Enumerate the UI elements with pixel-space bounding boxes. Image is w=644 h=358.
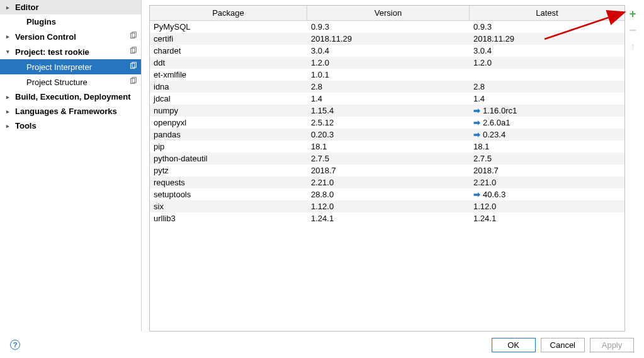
upgrade-arrow-icon: ➡ [473,190,480,199]
copy-icon [129,47,137,57]
cell-latest: 0.9.3 [473,22,492,32]
cell-package: PyMySQL [150,21,307,33]
upgrade-arrow-icon: ➡ [473,118,480,127]
cell-latest: 18.1 [473,142,489,151]
table-row[interactable]: chardet3.0.43.0.4 [150,45,624,57]
cancel-button[interactable]: Cancel [541,338,585,352]
table-row[interactable]: six1.12.01.12.0 [150,200,624,212]
cell-package: openpyxl [150,117,307,129]
table-row[interactable]: setuptools28.8.0➡40.6.3 [150,188,624,200]
sidebar-label: Project Interpreter [26,62,92,72]
table-body[interactable]: PyMySQL0.9.30.9.3certifi2018.11.292018.1… [150,21,624,331]
table-row[interactable]: pandas0.20.3➡0.23.4 [150,129,624,141]
expand-icon: ▸ [6,94,9,100]
cell-version: 2018.11.29 [307,33,470,45]
table-row[interactable]: jdcal1.41.4 [150,93,624,105]
cell-version: 2.7.5 [307,153,470,165]
ok-button[interactable]: OK [492,338,536,352]
cell-package: numpy [150,105,307,117]
sidebar-item-tools[interactable]: ▸Tools [0,118,141,133]
sidebar-label: Project: test rookie [15,47,89,57]
cell-version: 2.5.12 [307,117,470,129]
cell-latest: 2.6.0a1 [483,118,510,127]
sidebar-item-project-structure[interactable]: Project Structure [0,74,141,90]
col-latest[interactable]: Latest [470,6,624,20]
cell-version: 2.8 [307,81,470,93]
remove-package-button[interactable]: − [626,24,639,37]
cell-latest: 2018.11.29 [473,34,514,43]
cell-latest: 1.2.0 [473,58,492,67]
cell-package: python-dateutil [150,153,307,165]
table-row[interactable]: pip18.118.1 [150,141,624,153]
upgrade-arrow-icon: ➡ [473,106,480,115]
cell-package: pandas [150,129,307,141]
cell-version: 2018.7 [307,165,470,176]
cell-version: 3.0.4 [307,45,470,57]
expand-icon: ▾ [6,49,9,55]
upgrade-package-button[interactable]: ↑ [626,40,639,53]
table-row[interactable]: openpyxl2.5.12➡2.6.0a1 [150,117,624,129]
table-row[interactable]: pytz2018.72018.7 [150,165,624,176]
cell-latest: 1.12.0 [473,202,496,211]
table-row[interactable]: ddt1.2.01.2.0 [150,57,624,69]
apply-button[interactable]: Apply [590,338,634,352]
sidebar-label: Tools [15,121,37,130]
sidebar-item-version-control[interactable]: ▸Version Control [0,29,141,44]
expand-icon: ▸ [6,108,9,115]
table-row[interactable]: et-xmlfile1.0.1 [150,69,624,81]
cell-version: 1.2.0 [307,57,470,69]
sidebar-item-build-execution-deployment[interactable]: ▸Build, Execution, Deployment [0,90,141,104]
add-package-button[interactable]: + [626,8,639,20]
expand-icon: ▸ [6,123,9,129]
sidebar-item-project-test-rookie[interactable]: ▾Project: test rookie [0,44,141,59]
plus-icon: + [630,8,636,20]
cell-latest: 1.24.1 [473,214,496,223]
sidebar-label: Build, Execution, Deployment [15,92,130,101]
cell-version: 1.24.1 [307,212,470,224]
table-row[interactable]: urllib31.24.11.24.1 [150,212,624,224]
cell-latest: 1.4 [473,94,485,103]
col-version[interactable]: Version [307,6,470,20]
sidebar-item-project-interpreter[interactable]: Project Interpreter [0,59,141,74]
cell-latest: 2.21.0 [473,178,496,187]
cell-package: ddt [150,57,307,69]
sidebar-item-plugins[interactable]: Plugins [0,14,141,29]
package-table: Package Version Latest PyMySQL0.9.30.9.3… [149,5,625,332]
cell-version: 0.20.3 [307,129,470,141]
cell-latest: 2.8 [473,82,485,91]
cell-version: 18.1 [307,141,470,153]
table-row[interactable]: python-dateutil2.7.52.7.5 [150,153,624,165]
cell-package: pip [150,141,307,153]
cell-version: 28.8.0 [307,188,470,200]
help-button[interactable]: ? [10,340,20,350]
cell-latest: 0.23.4 [483,130,506,139]
cell-version: 0.9.3 [307,21,470,33]
sidebar-item-editor[interactable]: ▸Editor [0,0,141,14]
sidebar-item-languages-frameworks[interactable]: ▸Languages & Frameworks [0,104,141,118]
table-row[interactable]: certifi2018.11.292018.11.29 [150,33,624,45]
table-row[interactable]: requests2.21.02.21.0 [150,176,624,188]
upgrade-arrow-icon: ➡ [473,130,480,139]
cell-package: requests [150,176,307,188]
table-row[interactable]: numpy1.15.4➡1.16.0rc1 [150,105,624,117]
col-package[interactable]: Package [150,6,307,20]
cell-version: 2.21.0 [307,176,470,188]
settings-sidebar: ▸EditorPlugins▸Version Control▾Project: … [0,0,142,332]
cell-version: 1.15.4 [307,105,470,117]
cell-version: 1.4 [307,93,470,105]
table-row[interactable]: idna2.82.8 [150,81,624,93]
cell-latest: 2018.7 [473,166,499,175]
cell-package: urllib3 [150,212,307,224]
sidebar-label: Plugins [26,17,56,26]
copy-icon [129,62,137,72]
cell-latest: 40.6.3 [483,190,506,199]
sidebar-label: Project Structure [26,78,88,87]
cell-latest: 1.16.0rc1 [483,106,517,115]
cell-package: pytz [150,165,307,176]
package-toolbar: + − ↑ [625,5,640,332]
cell-version: 1.0.1 [307,69,470,81]
up-arrow-icon: ↑ [630,41,635,52]
table-row[interactable]: PyMySQL0.9.30.9.3 [150,21,624,33]
sidebar-label: Version Control [15,32,76,42]
cell-latest: 2.7.5 [473,154,492,163]
